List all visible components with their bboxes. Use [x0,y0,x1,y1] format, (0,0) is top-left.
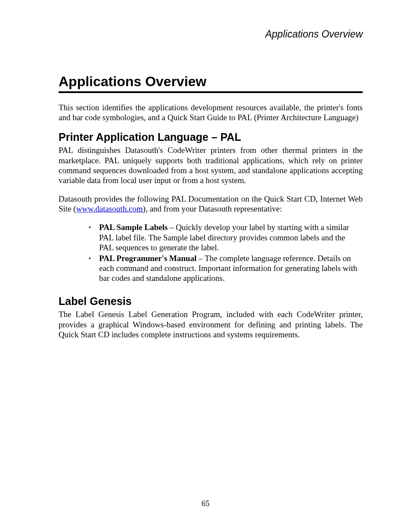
pal-p2-text-b: ), and from your Datasouth representativ… [143,204,282,213]
list-item: PAL Programmer's Manual – The complete l… [89,253,358,283]
section-heading-pal: Printer Application Language – PAL [59,131,363,143]
bullet-bold: PAL Sample Labels [99,223,168,232]
page-number: 65 [0,499,411,508]
running-header: Applications Overview [59,28,363,40]
page-container: Applications Overview Applications Overv… [0,0,411,339]
section-heading-labelgenesis: Label Genesis [59,295,363,308]
list-item: PAL Sample Labels – Quickly develop your… [89,222,358,252]
pal-paragraph-1: PAL distinguishes Datasouth's CodeWriter… [59,145,363,185]
labelgenesis-paragraph: The Label Genesis Label Generation Progr… [59,309,363,339]
datasouth-link[interactable]: www.datasouth.com [76,204,143,213]
pal-bullet-list: PAL Sample Labels – Quickly develop your… [89,222,358,283]
bullet-bold: PAL Programmer's Manual [99,254,196,263]
chapter-title: Applications Overview [59,74,363,93]
pal-paragraph-2: Datasouth provides the following PAL Doc… [59,194,363,214]
intro-paragraph: This section identifies the applications… [59,103,363,122]
